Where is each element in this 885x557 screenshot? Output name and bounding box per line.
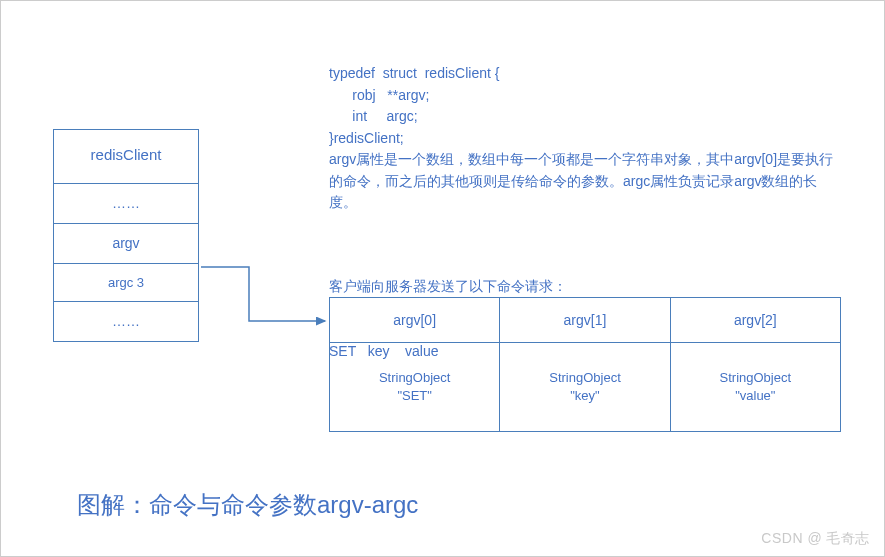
struct-row-argv: argv [54, 224, 198, 264]
argv-header: argv[2] [671, 298, 840, 343]
command-intro: 客户端向服务器发送了以下命令请求： [329, 276, 567, 298]
argv-header: argv[0] [330, 298, 499, 343]
argv-value: "SET" [397, 388, 432, 403]
argv-header: argv[1] [500, 298, 669, 343]
argv-type: StringObject [379, 370, 451, 385]
argv-cell: StringObject "value" [671, 343, 840, 431]
arrow-argv-to-array [199, 263, 339, 353]
argv-col-2: argv[2] StringObject "value" [671, 298, 840, 431]
argv-value: "key" [570, 388, 599, 403]
struct-row-ellipsis2: …… [54, 302, 198, 341]
argv-value: "value" [735, 388, 775, 403]
struct-row-ellipsis1: …… [54, 184, 198, 224]
argv-cell: StringObject "key" [500, 343, 669, 431]
diagram-canvas: redisClient …… argv argc 3 …… typedef st… [0, 0, 885, 557]
struct-redisclient: redisClient …… argv argc 3 …… [53, 129, 199, 342]
argv-array-table: argv[0] StringObject "SET" argv[1] Strin… [329, 297, 841, 432]
code-typedef: typedef struct redisClient { robj **argv… [329, 63, 499, 150]
argv-type: StringObject [720, 370, 792, 385]
description-text: argv属性是一个数组，数组中每一个项都是一个字符串对象，其中argv[0]是要… [329, 149, 839, 214]
argv-col-1: argv[1] StringObject "key" [500, 298, 670, 431]
argv-cell: StringObject "SET" [330, 343, 499, 431]
watermark-text: CSDN @ 毛奇志 [761, 530, 870, 548]
diagram-caption: 图解：命令与命令参数argv-argc [77, 489, 418, 521]
argv-col-0: argv[0] StringObject "SET" [330, 298, 500, 431]
argv-type: StringObject [549, 370, 621, 385]
struct-row-argc: argc 3 [54, 264, 198, 303]
struct-title: redisClient [54, 130, 198, 184]
